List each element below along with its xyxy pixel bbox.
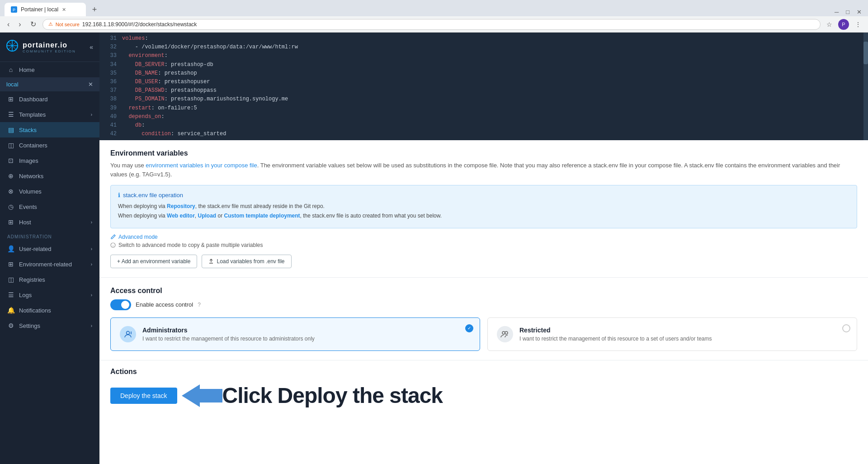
svg-text:i: i [113, 244, 113, 247]
sidebar-item-label: Stacks [19, 127, 37, 133]
tab-close-btn[interactable]: ✕ [62, 7, 66, 13]
edit-icon [110, 234, 116, 240]
access-control-toggle[interactable] [110, 299, 131, 310]
new-tab-btn[interactable]: + [88, 3, 101, 16]
code-scrollbar-thumb[interactable] [863, 42, 868, 64]
sidebar-item-registries[interactable]: ◫ Registries [0, 272, 99, 287]
notifications-icon: 🔔 [7, 307, 14, 314]
browser-toolbar: ‹ › ↻ ⚠ Not secure 192.168.1.18:9000/#!/… [0, 16, 868, 33]
svg-point-12 [505, 331, 508, 334]
deploy-stack-btn[interactable]: Deploy the stack [110, 388, 177, 404]
info-box-title-text: stack.env file operation [123, 192, 183, 199]
maximize-btn[interactable]: □ [843, 8, 852, 16]
sidebar-item-label: Networks [19, 173, 43, 180]
admin-group-label: Administration [0, 230, 99, 241]
logo-main: portainer.io [23, 41, 76, 49]
code-editor[interactable]: 31 volumes: 32 - /volume1/docker/prestas… [99, 33, 868, 140]
info-circle-icon: i [110, 242, 116, 248]
bookmark-btn[interactable]: ☆ [824, 20, 835, 29]
code-line-41: 41 db: [104, 121, 868, 130]
address-bar[interactable]: ⚠ Not secure 192.168.1.18:9000/#!/2/dock… [42, 19, 821, 30]
info-icon: ℹ [118, 192, 120, 199]
info-line2: When deploying via Web editor, Upload or… [118, 212, 849, 220]
code-line-31: 31 volumes: [104, 34, 868, 43]
env-vars-title: Environment variables [110, 149, 857, 157]
sidebar-item-label: Host [19, 219, 31, 226]
user-related-chevron: › [91, 246, 92, 251]
sidebar-item-host[interactable]: ⊞ Host › [0, 214, 99, 230]
registries-icon: ◫ [7, 276, 14, 283]
upload-icon [208, 259, 214, 264]
tab-title: Portainer | local [21, 6, 58, 13]
forward-btn[interactable]: › [16, 19, 24, 29]
env-related-icon: ⊞ [7, 260, 14, 268]
restricted-card-icon [497, 326, 513, 342]
sidebar-item-label: Environment-related [19, 261, 72, 268]
sidebar-item-env-related[interactable]: ⊞ Environment-related › [0, 256, 99, 272]
annotation-text: Click Deploy the stack [222, 383, 443, 408]
sidebar-item-containers[interactable]: ◫ Containers [0, 137, 99, 153]
images-icon: ⊡ [7, 157, 14, 164]
restricted-card[interactable]: Restricted I want to restrict the manage… [487, 317, 857, 351]
access-control-section: Access control Enable access control ? A… [99, 278, 868, 360]
sidebar-item-logs[interactable]: ☰ Logs › [0, 287, 99, 303]
sidebar-item-notifications[interactable]: 🔔 Notifications [0, 303, 99, 318]
security-icon: ⚠ [48, 21, 53, 27]
minimize-btn[interactable]: ─ [832, 8, 841, 16]
profile-btn[interactable]: P [838, 19, 849, 30]
url-display[interactable]: 192.168.1.18:9000/#!/2/docker/stacks/new… [82, 21, 197, 28]
env-vars-section: Environment variables You may use enviro… [99, 140, 868, 277]
sidebar-item-networks[interactable]: ⊕ Networks [0, 168, 99, 184]
code-line-42: 42 condition: service_started [104, 130, 868, 138]
advanced-mode-link[interactable]: Advanced mode [110, 234, 857, 240]
toggle-label: Enable access control [136, 301, 193, 308]
code-scrollbar[interactable] [863, 33, 868, 140]
sidebar-item-templates[interactable]: ☰ Templates › [0, 107, 99, 122]
logo-icon [6, 40, 18, 54]
back-btn[interactable]: ‹ [5, 19, 12, 29]
add-variable-btn[interactable]: + Add an environment variable [110, 255, 197, 268]
sidebar-item-label: Notifications [19, 307, 51, 314]
containers-icon: ◫ [7, 142, 14, 149]
administrators-card[interactable]: Administrators I want to restrict the ma… [110, 317, 480, 351]
sidebar-collapse-btn[interactable]: « [90, 43, 93, 51]
sidebar-logo: portainer.io COMMUNITY EDITION « [0, 33, 99, 62]
repo-link[interactable]: Repository [167, 203, 195, 209]
user-related-icon: 👤 [7, 245, 14, 252]
custom-template-link[interactable]: Custom template deployment [224, 213, 300, 219]
env-label: local [6, 81, 19, 88]
env-vars-desc-link[interactable]: environment variables in your compose fi… [146, 162, 257, 169]
code-line-35: 35 DB_NAME: prestashop [104, 69, 868, 78]
web-editor-link[interactable]: Web editor [167, 213, 195, 219]
settings-icon: ⚙ [7, 322, 14, 329]
sidebar-item-volumes[interactable]: ⊗ Volumes [0, 184, 99, 199]
svg-point-11 [502, 331, 505, 334]
close-btn[interactable]: ✕ [854, 8, 864, 16]
sidebar-item-settings[interactable]: ⚙ Settings › [0, 318, 99, 333]
sidebar-item-dashboard[interactable]: ⊞ Dashboard [0, 91, 99, 107]
sidebar-item-images[interactable]: ⊡ Images [0, 153, 99, 168]
code-line-33: 33 environment: [104, 52, 868, 60]
env-close-btn[interactable]: ✕ [88, 81, 93, 88]
sidebar-item-user-related[interactable]: 👤 User-related › [0, 241, 99, 256]
actions-title: Actions [110, 368, 857, 376]
code-line-34: 34 DB_SERVER: prestashop-db [104, 61, 868, 69]
actions-section: Actions Deploy the stack Click Deploy th… [99, 360, 868, 423]
sidebar: portainer.io COMMUNITY EDITION « ⌂ Home … [0, 33, 99, 464]
host-icon: ⊞ [7, 218, 14, 226]
sidebar-item-home[interactable]: ⌂ Home [0, 62, 99, 77]
volumes-icon: ⊗ [7, 188, 14, 195]
templates-chevron: › [91, 112, 92, 117]
admin-card-icon [120, 326, 136, 342]
menu-btn[interactable]: ⋮ [853, 20, 863, 29]
sidebar-item-events[interactable]: ◷ Events [0, 199, 99, 214]
admin-card-text: Administrators I want to restrict the ma… [142, 327, 315, 342]
reload-btn[interactable]: ↻ [28, 19, 39, 29]
sidebar-item-stacks[interactable]: ▤ Stacks [0, 122, 99, 137]
upload-link[interactable]: Upload [198, 213, 217, 219]
logo-text: portainer.io COMMUNITY EDITION [23, 41, 76, 53]
load-variables-btn[interactable]: Load variables from .env file [202, 255, 291, 268]
svg-text:P: P [13, 8, 15, 12]
click-annotation: Click Deploy the stack [182, 382, 443, 409]
browser-tab[interactable]: P Portainer | local ✕ [5, 3, 86, 16]
